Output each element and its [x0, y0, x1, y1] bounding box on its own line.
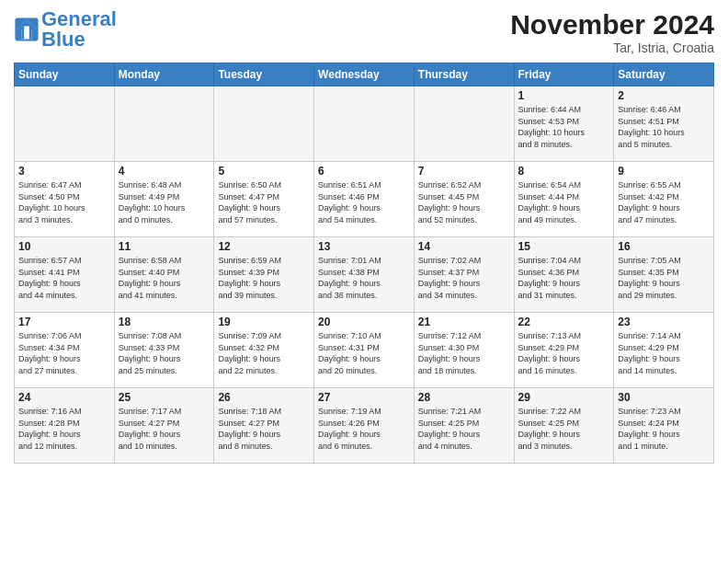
- col-monday: Monday: [114, 63, 214, 86]
- day-info: Sunrise: 7:16 AM Sunset: 4:28 PM Dayligh…: [18, 406, 110, 452]
- day-info: Sunrise: 7:14 AM Sunset: 4:29 PM Dayligh…: [618, 330, 710, 376]
- calendar-cell: 3Sunrise: 6:47 AM Sunset: 4:50 PM Daylig…: [15, 162, 115, 237]
- day-number: 14: [418, 240, 510, 253]
- day-number: 21: [418, 316, 510, 328]
- calendar-cell: 10Sunrise: 6:57 AM Sunset: 4:41 PM Dayli…: [15, 237, 115, 313]
- day-info: Sunrise: 6:57 AM Sunset: 4:41 PM Dayligh…: [18, 255, 110, 301]
- day-number: 23: [618, 316, 710, 328]
- logo-text: General Blue: [41, 9, 117, 50]
- calendar-cell: 27Sunrise: 7:19 AM Sunset: 4:26 PM Dayli…: [314, 388, 415, 464]
- day-info: Sunrise: 7:23 AM Sunset: 4:24 PM Dayligh…: [618, 406, 710, 452]
- calendar-cell: 15Sunrise: 7:04 AM Sunset: 4:36 PM Dayli…: [514, 237, 614, 313]
- page-header: General Blue November 2024 Tar, Istria, …: [14, 9, 714, 55]
- day-number: 28: [418, 391, 510, 404]
- calendar-cell: 11Sunrise: 6:58 AM Sunset: 4:40 PM Dayli…: [114, 237, 214, 313]
- col-thursday: Thursday: [414, 63, 514, 86]
- calendar-week-4: 17Sunrise: 7:06 AM Sunset: 4:34 PM Dayli…: [15, 313, 714, 388]
- calendar-cell: 26Sunrise: 7:18 AM Sunset: 4:27 PM Dayli…: [214, 388, 314, 464]
- logo-blue: Blue: [41, 28, 85, 51]
- day-info: Sunrise: 7:21 AM Sunset: 4:25 PM Dayligh…: [418, 406, 510, 452]
- calendar-cell: 5Sunrise: 6:50 AM Sunset: 4:47 PM Daylig…: [214, 162, 314, 237]
- day-info: Sunrise: 7:19 AM Sunset: 4:26 PM Dayligh…: [318, 406, 410, 452]
- day-number: 17: [18, 316, 110, 328]
- calendar-cell: 12Sunrise: 6:59 AM Sunset: 4:39 PM Dayli…: [214, 237, 314, 313]
- calendar-week-2: 3Sunrise: 6:47 AM Sunset: 4:50 PM Daylig…: [15, 162, 714, 237]
- logo: General Blue: [14, 9, 117, 50]
- day-number: 29: [518, 391, 610, 404]
- day-number: 18: [119, 316, 210, 328]
- day-number: 11: [119, 240, 210, 253]
- calendar-cell: 8Sunrise: 6:54 AM Sunset: 4:44 PM Daylig…: [514, 162, 614, 237]
- day-info: Sunrise: 7:18 AM Sunset: 4:27 PM Dayligh…: [218, 406, 310, 452]
- day-number: 8: [518, 165, 610, 178]
- day-info: Sunrise: 7:05 AM Sunset: 4:35 PM Dayligh…: [618, 255, 710, 301]
- day-info: Sunrise: 6:51 AM Sunset: 4:46 PM Dayligh…: [318, 179, 410, 225]
- calendar-week-1: 1Sunrise: 6:44 AM Sunset: 4:53 PM Daylig…: [15, 86, 714, 162]
- calendar-cell: [214, 86, 314, 162]
- day-info: Sunrise: 7:06 AM Sunset: 4:34 PM Dayligh…: [18, 330, 110, 376]
- day-info: Sunrise: 6:58 AM Sunset: 4:40 PM Dayligh…: [119, 255, 210, 301]
- calendar-cell: 22Sunrise: 7:13 AM Sunset: 4:29 PM Dayli…: [514, 313, 614, 388]
- calendar-cell: 28Sunrise: 7:21 AM Sunset: 4:25 PM Dayli…: [414, 388, 514, 464]
- location: Tar, Istria, Croatia: [510, 40, 714, 55]
- calendar-cell: 30Sunrise: 7:23 AM Sunset: 4:24 PM Dayli…: [614, 388, 714, 464]
- day-info: Sunrise: 7:12 AM Sunset: 4:30 PM Dayligh…: [418, 330, 510, 376]
- day-number: 27: [318, 391, 410, 404]
- day-info: Sunrise: 6:46 AM Sunset: 4:51 PM Dayligh…: [618, 104, 710, 150]
- calendar-cell: 16Sunrise: 7:05 AM Sunset: 4:35 PM Dayli…: [614, 237, 714, 313]
- calendar-cell: 21Sunrise: 7:12 AM Sunset: 4:30 PM Dayli…: [414, 313, 514, 388]
- calendar-week-3: 10Sunrise: 6:57 AM Sunset: 4:41 PM Dayli…: [15, 237, 714, 313]
- day-info: Sunrise: 7:09 AM Sunset: 4:32 PM Dayligh…: [218, 330, 310, 376]
- day-info: Sunrise: 6:48 AM Sunset: 4:49 PM Dayligh…: [119, 179, 210, 225]
- calendar-week-5: 24Sunrise: 7:16 AM Sunset: 4:28 PM Dayli…: [15, 388, 714, 464]
- col-wednesday: Wednesday: [314, 63, 415, 86]
- day-number: 10: [18, 240, 110, 253]
- day-info: Sunrise: 6:52 AM Sunset: 4:45 PM Dayligh…: [418, 179, 510, 225]
- day-number: 22: [518, 316, 610, 328]
- day-number: 9: [618, 165, 710, 178]
- month-title: November 2024: [510, 9, 714, 40]
- day-number: 7: [418, 165, 510, 178]
- calendar-cell: [15, 86, 115, 162]
- calendar-cell: 18Sunrise: 7:08 AM Sunset: 4:33 PM Dayli…: [114, 313, 214, 388]
- day-number: 24: [18, 391, 110, 404]
- calendar-cell: [314, 86, 415, 162]
- calendar-cell: 6Sunrise: 6:51 AM Sunset: 4:46 PM Daylig…: [314, 162, 415, 237]
- day-info: Sunrise: 7:01 AM Sunset: 4:38 PM Dayligh…: [318, 255, 410, 301]
- day-info: Sunrise: 7:02 AM Sunset: 4:37 PM Dayligh…: [418, 255, 510, 301]
- col-friday: Friday: [514, 63, 614, 86]
- calendar-header: Sunday Monday Tuesday Wednesday Thursday…: [15, 63, 714, 86]
- day-number: 13: [318, 240, 410, 253]
- calendar-cell: 1Sunrise: 6:44 AM Sunset: 4:53 PM Daylig…: [514, 86, 614, 162]
- day-info: Sunrise: 6:47 AM Sunset: 4:50 PM Dayligh…: [18, 179, 110, 225]
- day-number: 5: [218, 165, 310, 178]
- day-info: Sunrise: 6:44 AM Sunset: 4:53 PM Dayligh…: [518, 104, 610, 150]
- header-row: Sunday Monday Tuesday Wednesday Thursday…: [15, 63, 714, 86]
- calendar-cell: 23Sunrise: 7:14 AM Sunset: 4:29 PM Dayli…: [614, 313, 714, 388]
- calendar-cell: 20Sunrise: 7:10 AM Sunset: 4:31 PM Dayli…: [314, 313, 415, 388]
- calendar-cell: 24Sunrise: 7:16 AM Sunset: 4:28 PM Dayli…: [15, 388, 115, 464]
- day-number: 6: [318, 165, 410, 178]
- col-saturday: Saturday: [614, 63, 714, 86]
- calendar-cell: 19Sunrise: 7:09 AM Sunset: 4:32 PM Dayli…: [214, 313, 314, 388]
- day-info: Sunrise: 7:08 AM Sunset: 4:33 PM Dayligh…: [119, 330, 210, 376]
- day-number: 4: [119, 165, 210, 178]
- calendar-table: Sunday Monday Tuesday Wednesday Thursday…: [14, 63, 714, 464]
- calendar-cell: 14Sunrise: 7:02 AM Sunset: 4:37 PM Dayli…: [414, 237, 514, 313]
- day-number: 25: [119, 391, 210, 404]
- day-number: 16: [618, 240, 710, 253]
- day-info: Sunrise: 7:13 AM Sunset: 4:29 PM Dayligh…: [518, 330, 610, 376]
- calendar-cell: [114, 86, 214, 162]
- calendar-cell: 7Sunrise: 6:52 AM Sunset: 4:45 PM Daylig…: [414, 162, 514, 237]
- day-number: 1: [518, 89, 610, 102]
- day-number: 3: [18, 165, 110, 178]
- day-number: 2: [618, 89, 710, 102]
- calendar-body: 1Sunrise: 6:44 AM Sunset: 4:53 PM Daylig…: [15, 86, 714, 464]
- day-number: 20: [318, 316, 410, 328]
- day-info: Sunrise: 6:50 AM Sunset: 4:47 PM Dayligh…: [218, 179, 310, 225]
- page-container: General Blue November 2024 Tar, Istria, …: [0, 0, 728, 473]
- calendar-cell: 29Sunrise: 7:22 AM Sunset: 4:25 PM Dayli…: [514, 388, 614, 464]
- col-tuesday: Tuesday: [214, 63, 314, 86]
- calendar-cell: 17Sunrise: 7:06 AM Sunset: 4:34 PM Dayli…: [15, 313, 115, 388]
- day-info: Sunrise: 7:04 AM Sunset: 4:36 PM Dayligh…: [518, 255, 610, 301]
